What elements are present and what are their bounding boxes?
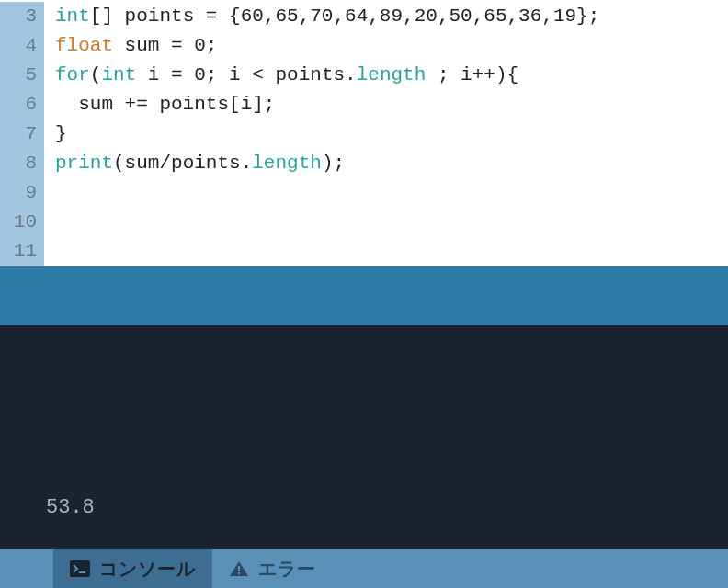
console-output-panel: 53.8 xyxy=(0,325,728,549)
tab-console-label: コンソール xyxy=(99,557,196,582)
tab-errors-label: エラー xyxy=(258,557,316,582)
code-editor[interactable]: 34567891011 int[] points = {60,65,70,64,… xyxy=(0,0,728,266)
editor-console-divider xyxy=(0,266,728,325)
line-number: 3 xyxy=(4,2,37,31)
code-line[interactable]: sum += points[i]; xyxy=(55,90,728,119)
code-line[interactable] xyxy=(55,208,728,237)
svg-rect-3 xyxy=(238,572,240,574)
terminal-icon xyxy=(70,560,90,577)
line-number: 4 xyxy=(4,31,37,61)
code-line[interactable]: for(int i = 0; i < points.length ; i++){ xyxy=(55,61,728,90)
code-line[interactable] xyxy=(55,237,728,266)
line-number: 9 xyxy=(4,178,37,208)
code-line[interactable]: print(sum/points.length); xyxy=(55,149,728,178)
line-number-gutter: 34567891011 xyxy=(0,2,44,266)
code-line[interactable]: int[] points = {60,65,70,64,89,20,50,65,… xyxy=(55,2,728,31)
console-output-text: 53.8 xyxy=(15,494,95,538)
code-line[interactable]: float sum = 0; xyxy=(55,31,728,61)
warning-icon xyxy=(229,560,249,577)
line-number: 7 xyxy=(4,119,37,149)
code-content[interactable]: int[] points = {60,65,70,64,89,20,50,65,… xyxy=(44,2,728,266)
svg-rect-2 xyxy=(238,566,240,571)
code-line[interactable] xyxy=(55,178,728,208)
bottom-tab-bar: コンソール エラー xyxy=(0,549,728,588)
tab-errors[interactable]: エラー xyxy=(212,549,333,588)
line-number: 11 xyxy=(4,237,37,266)
line-number: 10 xyxy=(4,208,37,237)
code-line[interactable]: } xyxy=(55,119,728,149)
line-number: 8 xyxy=(4,149,37,178)
tab-console[interactable]: コンソール xyxy=(53,549,212,588)
line-number: 6 xyxy=(4,90,37,119)
line-number: 5 xyxy=(4,61,37,90)
svg-rect-0 xyxy=(70,560,90,577)
